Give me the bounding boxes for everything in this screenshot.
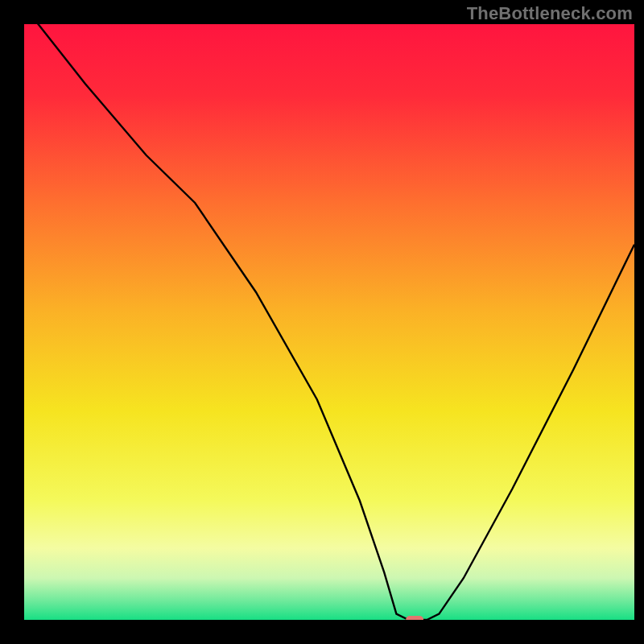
- bottleneck-curve-chart: [24, 24, 634, 620]
- plot-area: [24, 24, 634, 620]
- chart-frame: TheBottleneck.com: [0, 0, 644, 644]
- attribution-label: TheBottleneck.com: [467, 3, 633, 24]
- optimal-marker: [406, 616, 423, 620]
- gradient-background: [24, 24, 634, 620]
